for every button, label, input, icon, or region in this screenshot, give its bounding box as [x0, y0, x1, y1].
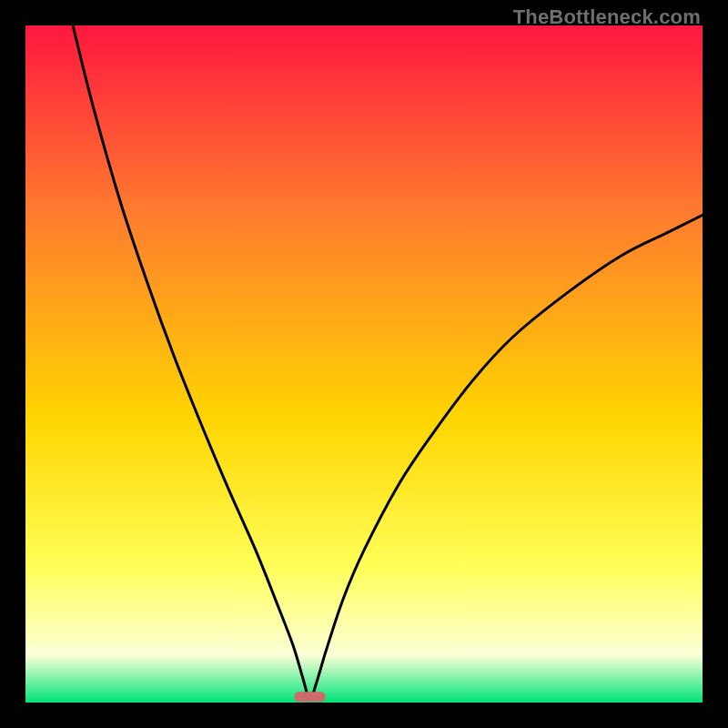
chart-frame	[25, 25, 703, 703]
bottleneck-chart	[25, 25, 703, 703]
watermark-text: TheBottleneck.com	[513, 5, 701, 29]
minimum-marker	[294, 692, 325, 702]
gradient-background	[25, 25, 703, 703]
